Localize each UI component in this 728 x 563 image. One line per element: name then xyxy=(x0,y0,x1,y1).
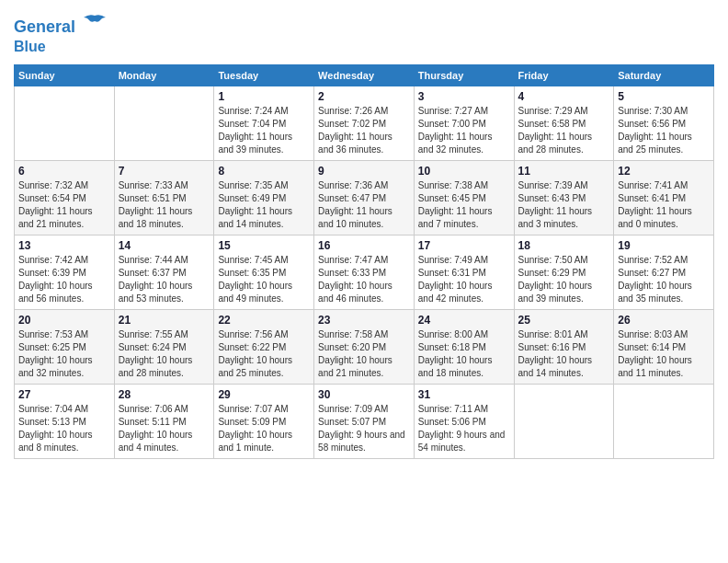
calendar-cell: 20Sunrise: 7:53 AM Sunset: 6:25 PM Dayli… xyxy=(15,309,115,384)
calendar-cell: 5Sunrise: 7:30 AM Sunset: 6:56 PM Daylig… xyxy=(614,86,714,160)
calendar-cell: 26Sunrise: 8:03 AM Sunset: 6:14 PM Dayli… xyxy=(614,309,714,384)
day-info: Sunrise: 7:32 AM Sunset: 6:54 PM Dayligh… xyxy=(18,179,110,231)
calendar-cell: 13Sunrise: 7:42 AM Sunset: 6:39 PM Dayli… xyxy=(15,235,115,309)
header: General Blue xyxy=(14,14,714,55)
day-number: 15 xyxy=(218,239,310,252)
day-number: 29 xyxy=(218,388,310,401)
weekday-header-wednesday: Wednesday xyxy=(314,64,415,86)
day-info: Sunrise: 7:33 AM Sunset: 6:51 PM Dayligh… xyxy=(119,179,210,231)
calendar-cell: 1Sunrise: 7:24 AM Sunset: 7:04 PM Daylig… xyxy=(214,86,314,160)
day-number: 21 xyxy=(119,314,210,327)
day-info: Sunrise: 7:35 AM Sunset: 6:49 PM Dayligh… xyxy=(218,179,310,231)
calendar-cell: 7Sunrise: 7:33 AM Sunset: 6:51 PM Daylig… xyxy=(114,160,214,235)
calendar-cell: 27Sunrise: 7:04 AM Sunset: 5:13 PM Dayli… xyxy=(15,384,115,458)
calendar-cell: 17Sunrise: 7:49 AM Sunset: 6:31 PM Dayli… xyxy=(414,235,514,309)
day-info: Sunrise: 7:11 AM Sunset: 5:06 PM Dayligh… xyxy=(418,403,510,454)
day-info: Sunrise: 7:39 AM Sunset: 6:43 PM Dayligh… xyxy=(518,179,610,231)
week-row-4: 20Sunrise: 7:53 AM Sunset: 6:25 PM Dayli… xyxy=(15,309,714,384)
day-number: 28 xyxy=(119,388,210,401)
calendar-cell: 23Sunrise: 7:58 AM Sunset: 6:20 PM Dayli… xyxy=(314,309,415,384)
week-row-3: 13Sunrise: 7:42 AM Sunset: 6:39 PM Dayli… xyxy=(15,235,714,309)
day-info: Sunrise: 7:47 AM Sunset: 6:33 PM Dayligh… xyxy=(318,254,410,305)
day-info: Sunrise: 8:00 AM Sunset: 6:18 PM Dayligh… xyxy=(418,328,510,380)
day-info: Sunrise: 7:56 AM Sunset: 6:22 PM Dayligh… xyxy=(218,328,310,380)
day-number: 31 xyxy=(418,388,510,401)
calendar-cell: 15Sunrise: 7:45 AM Sunset: 6:35 PM Dayli… xyxy=(214,235,314,309)
calendar-cell: 14Sunrise: 7:44 AM Sunset: 6:37 PM Dayli… xyxy=(114,235,214,309)
day-info: Sunrise: 7:36 AM Sunset: 6:47 PM Dayligh… xyxy=(318,179,410,231)
calendar-cell: 6Sunrise: 7:32 AM Sunset: 6:54 PM Daylig… xyxy=(15,160,115,235)
day-info: Sunrise: 7:50 AM Sunset: 6:29 PM Dayligh… xyxy=(518,254,610,305)
day-info: Sunrise: 8:03 AM Sunset: 6:14 PM Dayligh… xyxy=(618,328,710,380)
day-number: 25 xyxy=(518,314,610,327)
calendar-cell: 11Sunrise: 7:39 AM Sunset: 6:43 PM Dayli… xyxy=(514,160,614,235)
day-number: 3 xyxy=(418,90,510,103)
weekday-header-saturday: Saturday xyxy=(614,64,714,86)
logo-text: General xyxy=(14,14,108,38)
day-info: Sunrise: 7:30 AM Sunset: 6:56 PM Dayligh… xyxy=(618,105,710,156)
calendar-cell: 29Sunrise: 7:07 AM Sunset: 5:09 PM Dayli… xyxy=(214,384,314,458)
weekday-header-monday: Monday xyxy=(114,64,214,86)
day-number: 4 xyxy=(518,90,610,103)
day-number: 14 xyxy=(119,239,210,252)
day-number: 18 xyxy=(518,239,610,252)
calendar-cell: 18Sunrise: 7:50 AM Sunset: 6:29 PM Dayli… xyxy=(514,235,614,309)
day-info: Sunrise: 7:53 AM Sunset: 6:25 PM Dayligh… xyxy=(18,328,110,380)
day-number: 24 xyxy=(418,314,510,327)
day-info: Sunrise: 7:29 AM Sunset: 6:58 PM Dayligh… xyxy=(518,105,610,156)
day-number: 22 xyxy=(218,314,310,327)
day-info: Sunrise: 7:58 AM Sunset: 6:20 PM Dayligh… xyxy=(318,328,410,380)
week-row-5: 27Sunrise: 7:04 AM Sunset: 5:13 PM Dayli… xyxy=(15,384,714,458)
calendar-cell: 8Sunrise: 7:35 AM Sunset: 6:49 PM Daylig… xyxy=(214,160,314,235)
day-number: 17 xyxy=(418,239,510,252)
weekday-header-friday: Friday xyxy=(514,64,614,86)
day-number: 30 xyxy=(318,388,410,401)
calendar-cell xyxy=(514,384,614,458)
day-number: 8 xyxy=(218,165,310,178)
day-number: 20 xyxy=(18,314,110,327)
day-info: Sunrise: 7:45 AM Sunset: 6:35 PM Dayligh… xyxy=(218,254,310,305)
calendar-cell: 2Sunrise: 7:26 AM Sunset: 7:02 PM Daylig… xyxy=(314,86,415,160)
day-number: 12 xyxy=(618,165,710,178)
calendar-cell: 24Sunrise: 8:00 AM Sunset: 6:18 PM Dayli… xyxy=(414,309,514,384)
calendar-cell: 12Sunrise: 7:41 AM Sunset: 6:41 PM Dayli… xyxy=(614,160,714,235)
calendar-cell: 25Sunrise: 8:01 AM Sunset: 6:16 PM Dayli… xyxy=(514,309,614,384)
calendar: SundayMondayTuesdayWednesdayThursdayFrid… xyxy=(14,64,714,459)
day-info: Sunrise: 7:26 AM Sunset: 7:02 PM Dayligh… xyxy=(318,105,410,156)
calendar-cell: 16Sunrise: 7:47 AM Sunset: 6:33 PM Dayli… xyxy=(314,235,415,309)
day-number: 7 xyxy=(119,165,210,178)
calendar-cell: 30Sunrise: 7:09 AM Sunset: 5:07 PM Dayli… xyxy=(314,384,415,458)
day-number: 23 xyxy=(318,314,410,327)
week-row-2: 6Sunrise: 7:32 AM Sunset: 6:54 PM Daylig… xyxy=(15,160,714,235)
weekday-header-tuesday: Tuesday xyxy=(214,64,314,86)
week-row-1: 1Sunrise: 7:24 AM Sunset: 7:04 PM Daylig… xyxy=(15,86,714,160)
day-info: Sunrise: 7:52 AM Sunset: 6:27 PM Dayligh… xyxy=(618,254,710,305)
day-info: Sunrise: 7:27 AM Sunset: 7:00 PM Dayligh… xyxy=(418,105,510,156)
day-info: Sunrise: 8:01 AM Sunset: 6:16 PM Dayligh… xyxy=(518,328,610,380)
calendar-cell xyxy=(614,384,714,458)
day-number: 5 xyxy=(618,90,710,103)
calendar-cell: 28Sunrise: 7:06 AM Sunset: 5:11 PM Dayli… xyxy=(114,384,214,458)
day-info: Sunrise: 7:24 AM Sunset: 7:04 PM Dayligh… xyxy=(218,105,310,156)
logo-bird-icon xyxy=(82,14,108,32)
logo-blue-text: Blue xyxy=(14,38,108,55)
day-number: 6 xyxy=(18,165,110,178)
calendar-cell: 9Sunrise: 7:36 AM Sunset: 6:47 PM Daylig… xyxy=(314,160,415,235)
day-number: 10 xyxy=(418,165,510,178)
day-number: 27 xyxy=(18,388,110,401)
calendar-cell xyxy=(114,86,214,160)
weekday-header-row: SundayMondayTuesdayWednesdayThursdayFrid… xyxy=(15,64,714,86)
day-info: Sunrise: 7:09 AM Sunset: 5:07 PM Dayligh… xyxy=(318,403,410,454)
day-number: 11 xyxy=(518,165,610,178)
day-number: 19 xyxy=(618,239,710,252)
day-number: 2 xyxy=(318,90,410,103)
calendar-cell: 31Sunrise: 7:11 AM Sunset: 5:06 PM Dayli… xyxy=(414,384,514,458)
calendar-cell: 3Sunrise: 7:27 AM Sunset: 7:00 PM Daylig… xyxy=(414,86,514,160)
day-number: 13 xyxy=(18,239,110,252)
calendar-cell: 4Sunrise: 7:29 AM Sunset: 6:58 PM Daylig… xyxy=(514,86,614,160)
day-info: Sunrise: 7:42 AM Sunset: 6:39 PM Dayligh… xyxy=(18,254,110,305)
day-info: Sunrise: 7:07 AM Sunset: 5:09 PM Dayligh… xyxy=(218,403,310,454)
day-info: Sunrise: 7:41 AM Sunset: 6:41 PM Dayligh… xyxy=(618,179,710,231)
day-info: Sunrise: 7:44 AM Sunset: 6:37 PM Dayligh… xyxy=(119,254,210,305)
day-number: 9 xyxy=(318,165,410,178)
